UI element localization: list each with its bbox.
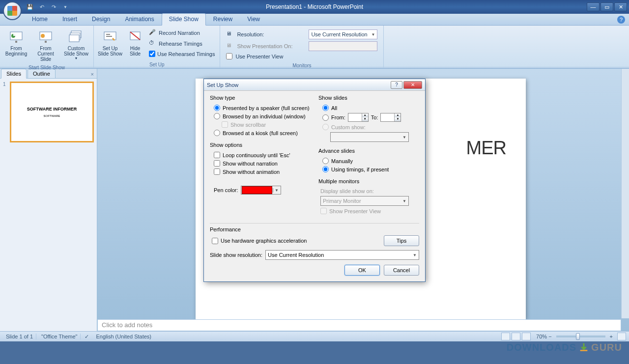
label-presented[interactable]: Presented by a speaker (full screen) — [223, 105, 310, 111]
status-language[interactable]: English (United States) — [93, 334, 154, 339]
tab-review[interactable]: Review — [206, 13, 240, 25]
zoom-in-button[interactable]: + — [610, 334, 613, 339]
rehearsed-checkbox[interactable] — [149, 51, 155, 57]
radio-all[interactable] — [322, 105, 329, 111]
help-icon[interactable]: ? — [617, 16, 625, 24]
zoom-slider[interactable] — [556, 336, 605, 337]
zoom-out-button[interactable]: − — [548, 334, 551, 339]
label-hardware-accel[interactable]: Use hardware graphics acceleration — [221, 238, 307, 244]
setup-slideshow-button[interactable]: Set Up Slide Show — [96, 27, 124, 61]
zoom-thumb[interactable] — [576, 333, 580, 340]
tab-view[interactable]: View — [240, 13, 267, 25]
svg-rect-2 — [15, 41, 17, 43]
fit-window-button[interactable] — [617, 333, 626, 340]
custom-slideshow-button[interactable]: Custom Slide Show ▼ — [61, 27, 91, 64]
resolution-combo[interactable]: Use Current Resolution▼ — [265, 250, 419, 260]
label-all[interactable]: All — [331, 105, 337, 111]
pen-color-label: Pen color: — [214, 187, 238, 193]
pen-color-picker[interactable]: ▼ — [241, 186, 281, 195]
label-kiosk[interactable]: Browsed at a kiosk (full screen) — [223, 130, 298, 136]
office-button[interactable] — [3, 1, 22, 20]
checkbox-hardware-accel[interactable] — [212, 238, 218, 244]
ribbon-tabs: Home Insert Design Animations Slide Show… — [0, 14, 629, 26]
tab-insert[interactable]: Insert — [55, 13, 85, 25]
resolution-value: Use Current Resolution — [311, 31, 367, 37]
dialog-titlebar[interactable]: Set Up Show ? ✕ — [204, 79, 425, 91]
radio-presented[interactable] — [214, 105, 220, 111]
radio-timings[interactable] — [322, 166, 329, 172]
radio-from[interactable] — [322, 114, 329, 121]
group-label: Monitors — [222, 62, 381, 69]
normal-view-button[interactable] — [501, 333, 510, 340]
custom-show-icon — [68, 29, 84, 45]
tips-button[interactable]: Tips — [384, 235, 419, 246]
spellcheck-icon[interactable]: ✓ — [83, 334, 91, 340]
custom-label: Custom Slide Show — [64, 46, 88, 56]
from-spinner[interactable]: ▲▼ — [348, 113, 369, 122]
resolution-combo[interactable]: Use Current Resolution ▼ — [309, 29, 377, 39]
from-current-button[interactable]: From Current Slide — [31, 27, 60, 64]
section-show-slides: Show slides — [318, 95, 419, 101]
slideshow-view-button[interactable] — [522, 333, 531, 340]
label-loop[interactable]: Loop continuously until 'Esc' — [223, 152, 290, 158]
radio-kiosk[interactable] — [214, 130, 220, 136]
label-from[interactable]: From: — [331, 114, 345, 120]
checkbox-loop[interactable] — [214, 152, 220, 158]
use-rehearsed-checkbox[interactable]: Use Rehearsed Timings — [147, 50, 217, 58]
close-pane-icon[interactable]: × — [88, 70, 97, 78]
save-icon[interactable]: 💾 — [26, 2, 34, 11]
hide-slide-button[interactable]: Hide Slide — [125, 27, 145, 61]
svg-point-4 — [41, 34, 45, 38]
checkbox-presenter-view — [320, 208, 327, 214]
close-button[interactable]: ✕ — [614, 2, 627, 11]
group-start-slideshow: From Beginning From Current Slide Custom… — [0, 26, 94, 68]
ribbon: From Beginning From Current Slide Custom… — [0, 26, 629, 69]
slide-thumbnail[interactable]: 1 SOFTWARE INFORMER SOFTWARE — [3, 82, 94, 142]
tab-animations[interactable]: Animations — [117, 13, 161, 25]
from-beginning-button[interactable]: From Beginning — [2, 27, 30, 64]
cancel-button[interactable]: Cancel — [384, 265, 419, 276]
label-browsed-individual[interactable]: Browsed by an individual (window) — [223, 113, 306, 119]
label-timings[interactable]: Using timings, if present — [331, 167, 389, 172]
label-no-narration[interactable]: Show without narration — [223, 161, 278, 167]
dialog-help-button[interactable]: ? — [391, 81, 402, 89]
minimize-button[interactable]: — — [587, 2, 600, 11]
rehearse-timings-button[interactable]: ⏱ Rehearse Timings — [147, 39, 217, 49]
section-monitors: Multiple monitors — [318, 178, 419, 184]
vertical-scrollbar[interactable] — [621, 69, 629, 318]
section-show-type: Show type — [210, 95, 311, 101]
tab-design[interactable]: Design — [85, 13, 117, 25]
presenter-view-checkbox[interactable] — [226, 53, 232, 59]
radio-browsed-individual[interactable] — [214, 113, 220, 119]
maximize-button[interactable]: ▭ — [600, 2, 613, 11]
radio-custom-show — [322, 124, 329, 130]
undo-icon[interactable]: ↶ — [37, 2, 46, 11]
tab-home[interactable]: Home — [25, 13, 55, 25]
tab-slideshow[interactable]: Slide Show — [162, 13, 206, 26]
radio-manually[interactable] — [322, 158, 329, 164]
label-slideshow-resolution: Slide show resolution: — [210, 252, 262, 258]
thumb-subtitle: SOFTWARE — [44, 114, 60, 117]
watermark-text2: GURU — [591, 342, 622, 353]
label-presenter-view: Show Presenter View — [329, 208, 381, 214]
zoom-percent[interactable]: 70% — [536, 334, 547, 339]
dialog-close-button[interactable]: ✕ — [403, 81, 422, 89]
group-monitors: 🖥 Resolution: Use Current Resolution ▼ 🖥… — [220, 26, 384, 68]
checkbox-no-narration[interactable] — [214, 160, 220, 167]
record-icon: 🎤 — [149, 29, 157, 37]
to-spinner[interactable]: ▲▼ — [380, 113, 401, 122]
ok-button[interactable]: OK — [344, 265, 380, 276]
checkbox-no-animation[interactable] — [214, 168, 220, 175]
redo-icon[interactable]: ↷ — [49, 2, 58, 11]
watermark-text1: DOWNLOADS — [507, 342, 576, 353]
label-manually[interactable]: Manually — [331, 158, 353, 164]
svg-rect-10 — [106, 34, 110, 35]
notes-pane[interactable]: Click to add notes — [97, 319, 621, 331]
group-label: Start Slide Show — [2, 64, 91, 71]
record-narration-button[interactable]: 🎤 Record Narration — [147, 28, 217, 38]
qat-dropdown-icon[interactable]: ▼ — [61, 2, 70, 11]
monitor-combo: Primary Monitor▼ — [320, 196, 409, 206]
sorter-view-button[interactable] — [512, 333, 520, 340]
label-no-animation[interactable]: Show without animation — [223, 169, 280, 175]
chevron-down-icon: ▼ — [371, 32, 375, 37]
